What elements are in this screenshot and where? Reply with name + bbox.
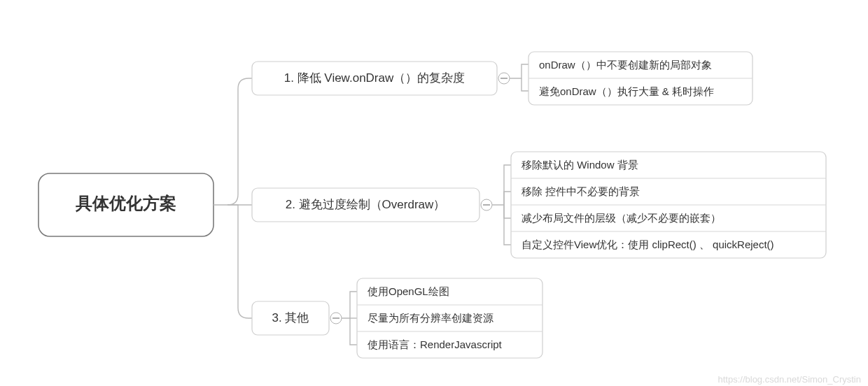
leaf-2-2: 减少布局文件的层级（减少不必要的嵌套） (522, 212, 721, 224)
connector (214, 78, 252, 205)
collapse-toggle-2[interactable] (481, 199, 492, 210)
leaf-2-0: 移除默认的 Window 背景 (522, 159, 638, 171)
connector (350, 318, 357, 345)
leaf-2-1: 移除 控件中不必要的背景 (522, 185, 640, 197)
connector (504, 192, 511, 205)
connector (492, 165, 511, 205)
connector (522, 78, 528, 91)
branch-node-3[interactable]: 3. 其他 (252, 301, 329, 335)
leaf-3-0: 使用OpenGL绘图 (368, 285, 449, 297)
leaf-group-1: onDraw（）中不要创建新的局部对象 避免onDraw（）执行大量 & 耗时操… (528, 52, 752, 105)
root-node[interactable]: 具体优化方案 (38, 173, 214, 236)
connector (227, 205, 252, 318)
leaf-1-0: onDraw（）中不要创建新的局部对象 (539, 59, 712, 71)
branch-3-label: 3. 其他 (272, 311, 309, 324)
root-title: 具体优化方案 (75, 194, 176, 213)
leaf-2-3: 自定义控件View优化：使用 clipRect() 、 quickReject(… (522, 238, 774, 250)
leaf-3-1: 尽量为所有分辨率创建资源 (368, 312, 493, 324)
leaf-group-2: 移除默认的 Window 背景 移除 控件中不必要的背景 减少布局文件的层级（减… (511, 152, 826, 258)
leaf-3-2: 使用语言：RenderJavascript (368, 338, 503, 350)
leaf-1-1: 避免onDraw（）执行大量 & 耗时操作 (539, 85, 714, 97)
branch-node-1[interactable]: 1. 降低 View.onDraw（）的复杂度 (252, 62, 497, 95)
branch-1-label: 1. 降低 View.onDraw（）的复杂度 (284, 71, 465, 85)
branch-2-label: 2. 避免过度绘制（Overdraw） (286, 198, 446, 211)
connector (510, 64, 528, 78)
connector (342, 292, 357, 318)
collapse-toggle-3[interactable] (330, 313, 342, 324)
collapse-toggle-1[interactable] (498, 73, 510, 84)
leaf-group-3: 使用OpenGL绘图 尽量为所有分辨率创建资源 使用语言：RenderJavas… (357, 278, 542, 358)
connector (504, 205, 511, 218)
branch-node-2[interactable]: 2. 避免过度绘制（Overdraw） (252, 188, 479, 222)
connector (504, 205, 511, 245)
watermark: https://blog.csdn.net/Simon_Crystin (718, 374, 862, 385)
